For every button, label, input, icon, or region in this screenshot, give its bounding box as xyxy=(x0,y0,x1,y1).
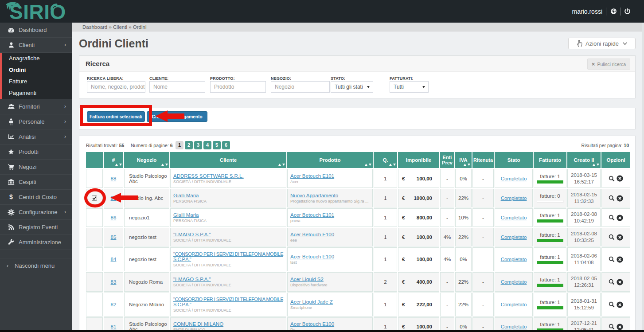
svg-text:$: $ xyxy=(9,194,13,201)
